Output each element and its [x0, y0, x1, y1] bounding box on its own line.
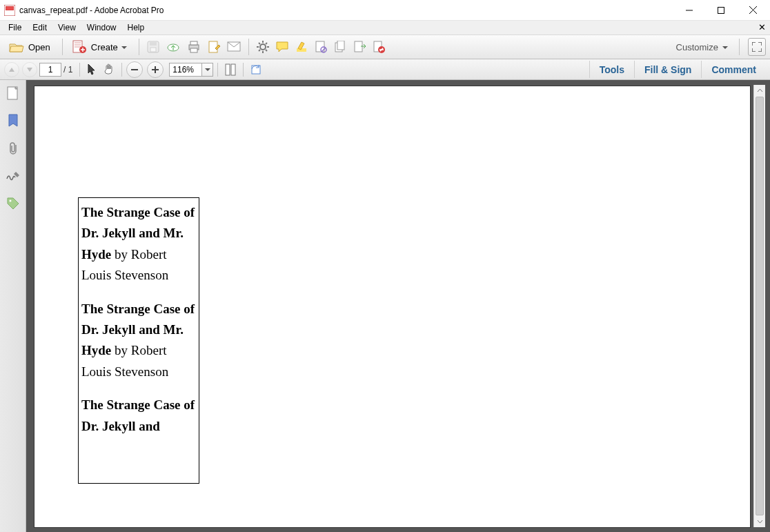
svg-line-24 [259, 50, 260, 51]
fill-sign-panel-button[interactable]: Fill & Sign [634, 61, 701, 78]
titlebar: canvas_repeat.pdf - Adobe Acrobat Pro [0, 0, 770, 21]
signature-icon [6, 170, 20, 181]
svg-point-44 [9, 200, 11, 202]
cursor-icon [87, 63, 98, 76]
gear-icon [257, 41, 269, 53]
tools-panel-button[interactable]: Tools [589, 61, 634, 78]
tags-button[interactable] [6, 196, 21, 211]
settings-button[interactable] [253, 38, 273, 56]
fit-page-icon [225, 63, 236, 76]
highlight-icon [295, 41, 308, 53]
read-mode-button[interactable] [748, 38, 766, 56]
content-area: The Strange Case of Dr. Jekyll and Mr. H… [0, 80, 770, 532]
hand-tool-button[interactable] [101, 62, 117, 77]
paperclip-icon [8, 141, 19, 155]
signatures-button[interactable] [6, 168, 21, 184]
maximize-button[interactable] [705, 0, 737, 20]
stamp-button[interactable] [311, 38, 330, 56]
svg-rect-10 [150, 48, 156, 52]
delete-page-button[interactable] [369, 38, 388, 56]
thumbnails-button[interactable] [6, 86, 21, 101]
zoom-in-button[interactable] [147, 61, 164, 78]
expand-icon [752, 42, 762, 52]
copy-icon [334, 41, 346, 53]
main-toolbar: Open Create Customize [0, 35, 770, 59]
open-label: Open [28, 42, 50, 52]
select-tool-button[interactable] [84, 62, 101, 77]
svg-rect-9 [150, 41, 157, 46]
menu-help[interactable]: Help [122, 21, 150, 35]
fit-page-button[interactable] [222, 62, 239, 77]
cloud-upload-icon [166, 41, 180, 53]
create-button[interactable]: Create [67, 38, 135, 56]
edit-pdf-button[interactable] [204, 38, 224, 56]
page-thumb-icon [7, 86, 19, 100]
copy-button[interactable] [330, 38, 350, 56]
arrow-up-icon [8, 66, 15, 73]
window-title: canvas_repeat.pdf - Adobe Acrobat Pro [19, 6, 164, 15]
zoom-level-input[interactable] [169, 63, 202, 77]
save-button[interactable] [144, 38, 163, 56]
document-stage: The Strange Case of Dr. Jekyll and Mr. H… [26, 80, 770, 532]
print-button[interactable] [184, 38, 204, 56]
page-number-input[interactable] [39, 63, 61, 77]
svg-rect-15 [209, 41, 217, 52]
svg-rect-40 [226, 64, 230, 75]
save-icon [147, 41, 159, 53]
rotate-button[interactable] [248, 62, 264, 77]
envelope-icon [227, 41, 241, 52]
create-pdf-icon [72, 40, 87, 54]
customize-button[interactable]: Customize [669, 42, 735, 52]
plus-icon [151, 66, 159, 74]
doc-title-3: The Strange Case of Dr. Jekyll and [81, 397, 195, 433]
menu-file[interactable]: File [3, 21, 27, 35]
svg-line-25 [266, 43, 267, 44]
export-button[interactable] [350, 38, 369, 56]
doc-by-1: by [111, 247, 131, 262]
cloud-button[interactable] [163, 38, 184, 56]
svg-rect-3 [718, 7, 724, 13]
nav-toolbar: / 1 Tools Fill & Sign Comment [0, 59, 770, 80]
svg-line-23 [266, 50, 267, 51]
nav-pane [0, 80, 26, 532]
bookmarks-button[interactable] [6, 113, 21, 128]
page-total-label: / 1 [63, 65, 72, 75]
scroll-track[interactable] [754, 97, 765, 515]
menu-view[interactable]: View [52, 21, 81, 35]
hand-icon [103, 63, 115, 76]
close-button[interactable] [737, 0, 769, 20]
scroll-up-button[interactable] [754, 85, 765, 97]
chevron-down-icon [121, 42, 127, 52]
arrow-down-icon [26, 66, 33, 73]
comment-panel-button[interactable]: Comment [701, 61, 766, 78]
highlight-button[interactable] [292, 38, 311, 56]
zoom-dropdown-button[interactable] [202, 63, 213, 77]
vertical-scrollbar[interactable] [753, 85, 765, 527]
create-label: Create [91, 42, 118, 52]
menu-window[interactable]: Window [81, 21, 122, 35]
stamp-icon [315, 41, 327, 53]
pdf-page[interactable]: The Strange Case of Dr. Jekyll and Mr. H… [34, 86, 750, 527]
open-button[interactable]: Open [4, 38, 58, 56]
bookmark-icon [8, 114, 19, 128]
email-button[interactable] [224, 38, 244, 56]
comment-bubble-button[interactable] [273, 38, 292, 56]
close-document-button[interactable]: ✕ [758, 22, 766, 32]
attachments-button[interactable] [6, 141, 21, 156]
page-edit-icon [208, 41, 220, 53]
chevron-down-icon [757, 518, 763, 524]
chevron-down-icon [205, 65, 210, 75]
menu-edit[interactable]: Edit [27, 21, 52, 35]
svg-point-17 [260, 44, 266, 50]
minimize-button[interactable] [673, 0, 705, 20]
tag-icon [7, 197, 19, 210]
next-page-button[interactable] [22, 62, 37, 77]
doc-by-2: by [111, 343, 131, 357]
chevron-up-icon [757, 88, 763, 94]
scroll-thumb[interactable] [756, 97, 764, 515]
rotate-icon [250, 63, 262, 76]
zoom-out-button[interactable] [126, 61, 143, 78]
page-export-icon [353, 41, 366, 53]
prev-page-button[interactable] [4, 62, 19, 77]
scroll-down-button[interactable] [754, 515, 765, 527]
